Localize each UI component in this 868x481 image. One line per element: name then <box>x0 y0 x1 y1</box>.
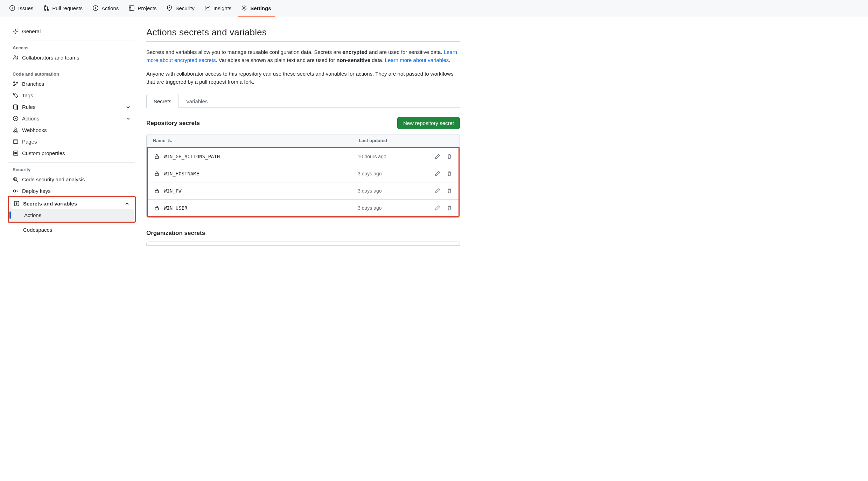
lock-icon <box>154 171 160 176</box>
nav-projects[interactable]: Projects <box>125 0 160 17</box>
gear-icon <box>13 28 19 34</box>
sidebar-deploykeys-label: Deploy keys <box>22 188 51 194</box>
sidebar-sub-codespaces-label: Codespaces <box>23 227 52 233</box>
chevron-down-icon <box>125 116 131 121</box>
nav-issues-label: Issues <box>18 5 33 11</box>
sidebar-subitem-actions[interactable]: Actions <box>9 209 134 221</box>
secret-updated: 3 days ago <box>358 171 421 176</box>
divider <box>8 162 135 163</box>
repository-secrets-heading: Repository secrets <box>146 120 200 127</box>
tab-variables[interactable]: Variables <box>179 94 215 108</box>
edit-secret-button[interactable] <box>435 154 440 159</box>
tab-secrets[interactable]: Secrets <box>146 94 179 108</box>
secret-name-text: WIN_GH_ACTIONS_PATH <box>164 154 220 159</box>
delete-secret-button[interactable] <box>447 205 452 211</box>
nav-settings-label: Settings <box>250 5 271 11</box>
nav-actions[interactable]: Actions <box>89 0 122 17</box>
sort-icon <box>167 138 172 143</box>
sidebar-actions-label: Actions <box>22 116 39 121</box>
sidebar-rules-label: Rules <box>22 104 35 110</box>
description-2: Anyone with collaborator access to this … <box>146 70 460 86</box>
sidebar-item-branches[interactable]: Branches <box>8 78 135 90</box>
new-repository-secret-button[interactable]: New repository secret <box>397 117 460 129</box>
sidebar-item-rules[interactable]: Rules <box>8 101 135 113</box>
nav-pull-requests[interactable]: Pull requests <box>40 0 86 17</box>
sidebar-item-collaborators[interactable]: Collaborators and teams <box>8 52 135 63</box>
secret-row: WIN_USER3 days ago <box>148 199 458 216</box>
gear-icon <box>241 5 247 11</box>
sidebar-item-actions[interactable]: Actions <box>8 113 135 124</box>
divider <box>8 67 135 67</box>
sidebar-tags-label: Tags <box>22 92 33 98</box>
nav-pulls-label: Pull requests <box>52 5 83 11</box>
main-content: Actions secrets and variables Secrets an… <box>146 26 468 246</box>
tag-icon <box>13 92 19 98</box>
sidebar-branches-label: Branches <box>22 81 44 87</box>
nav-issues[interactable]: Issues <box>6 0 37 17</box>
col-header-updated: Last updated <box>359 138 422 143</box>
secrets-table: Name Last updated WIN_GH_ACTIONS_PATH10 … <box>146 134 460 218</box>
sidebar-secrets-label: Secrets and variables <box>23 201 77 207</box>
nav-insights[interactable]: Insights <box>201 0 235 17</box>
sidebar-codesec-label: Code security and analysis <box>22 176 85 182</box>
sidebar-item-code-security[interactable]: Code security and analysis <box>8 174 135 185</box>
secret-updated: 3 days ago <box>358 188 421 194</box>
sidebar-item-custom-properties[interactable]: Custom properties <box>8 147 135 159</box>
repo-nav: Issues Pull requests Actions Projects Se… <box>0 0 868 17</box>
sidebar-collaborators-label: Collaborators and teams <box>22 55 79 61</box>
secret-name-text: WIN_PW <box>164 188 182 194</box>
organization-secrets-heading: Organization secrets <box>146 230 460 237</box>
browser-icon <box>13 139 19 145</box>
sidebar-subitem-codespaces[interactable]: Codespaces <box>8 224 135 236</box>
nav-projects-label: Projects <box>138 5 156 11</box>
key-icon <box>13 188 19 194</box>
page-title: Actions secrets and variables <box>146 27 460 38</box>
lock-icon <box>154 188 160 194</box>
secret-row: WIN_GH_ACTIONS_PATH10 hours ago <box>148 148 458 165</box>
secret-name: WIN_USER <box>154 205 358 211</box>
nav-security-label: Security <box>175 5 194 11</box>
delete-secret-button[interactable] <box>447 171 452 176</box>
graph-icon <box>204 5 211 11</box>
divider <box>146 41 460 42</box>
shield-icon <box>166 5 173 11</box>
organization-secrets-table <box>146 242 460 246</box>
lock-icon <box>154 205 160 211</box>
chevron-up-icon <box>124 201 130 207</box>
settings-sidebar: General Access Collaborators and teams C… <box>8 26 138 246</box>
secret-row: WIN_HOSTNAME3 days ago <box>148 165 458 182</box>
webhook-icon <box>13 127 19 133</box>
rules-icon <box>13 104 19 110</box>
secret-name: WIN_GH_ACTIONS_PATH <box>154 154 358 159</box>
sidebar-custom-label: Custom properties <box>22 150 65 156</box>
nav-security[interactable]: Security <box>163 0 198 17</box>
link-variables[interactable]: Learn more about variables <box>385 57 449 63</box>
secret-name: WIN_HOSTNAME <box>154 171 358 176</box>
nav-settings[interactable]: Settings <box>238 0 274 17</box>
secret-name-text: WIN_HOSTNAME <box>164 171 199 176</box>
secret-name-text: WIN_USER <box>164 205 187 211</box>
delete-secret-button[interactable] <box>447 154 452 159</box>
nav-insights-label: Insights <box>214 5 232 11</box>
col-header-actions <box>422 138 453 143</box>
sidebar-item-deploy-keys[interactable]: Deploy keys <box>8 185 135 197</box>
sidebar-heading-security: Security <box>8 163 135 174</box>
sidebar-item-general[interactable]: General <box>8 26 135 37</box>
sidebar-item-pages[interactable]: Pages <box>8 136 135 147</box>
sidebar-item-tags[interactable]: Tags <box>8 90 135 101</box>
sidebar-sub-actions-label: Actions <box>24 212 41 218</box>
edit-secret-button[interactable] <box>435 205 440 211</box>
sidebar-item-secrets-variables[interactable]: Secrets and variables <box>9 198 134 209</box>
edit-secret-button[interactable] <box>435 188 440 194</box>
edit-secret-button[interactable] <box>435 171 440 176</box>
chevron-down-icon <box>125 104 131 110</box>
delete-secret-button[interactable] <box>447 188 452 194</box>
git-branch-icon <box>13 81 19 87</box>
sidebar-heading-code: Code and automation <box>8 68 135 78</box>
git-pull-request-icon <box>43 5 49 11</box>
play-icon <box>13 116 19 121</box>
codescan-icon <box>13 176 19 182</box>
col-header-name[interactable]: Name <box>153 138 359 143</box>
description-1: Secrets and variables allow you to manag… <box>146 48 460 64</box>
sidebar-item-webhooks[interactable]: Webhooks <box>8 124 135 136</box>
